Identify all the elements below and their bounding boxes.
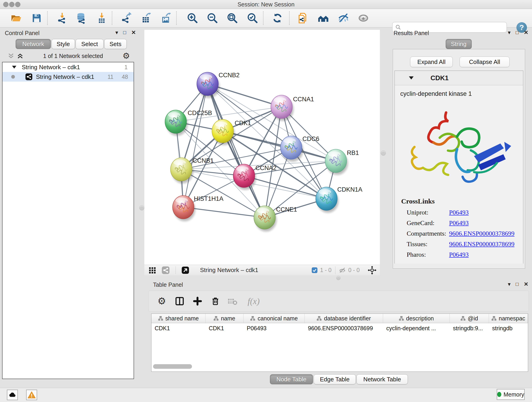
network-view-icon[interactable] [161, 266, 170, 274]
table-cell: cyclin-dependent ... [383, 323, 450, 333]
birdseye-crosshair-icon[interactable] [367, 266, 377, 275]
network-node-CDK1[interactable] [212, 119, 234, 145]
table-settings-button[interactable]: ⚙ [154, 294, 169, 309]
network-canvas[interactable]: CCNB2CCNA1CDC25BCDK1CDC6RB1CCNB1CCNA2CDK… [144, 30, 380, 265]
table-toolbar: ⚙ [148, 291, 529, 312]
expand-all-button[interactable]: Expand All [410, 57, 453, 67]
panel-menu-button[interactable]: ▾ [508, 281, 511, 287]
import-table-button[interactable] [95, 12, 108, 25]
tab-network[interactable]: Network [16, 39, 51, 49]
column-header-1[interactable]: name [206, 314, 244, 323]
delete-column-button[interactable] [208, 294, 223, 309]
toolbar-separator [47, 11, 48, 25]
open-session-button[interactable] [10, 12, 22, 25]
hidden-eye-slash-icon[interactable] [339, 267, 346, 274]
panel-float-button[interactable]: □ [516, 282, 519, 287]
bottom-splitter-handle[interactable] [336, 276, 341, 280]
protein-description: cyclin-dependent kinase 1 [395, 85, 523, 97]
selected-checkbox-icon[interactable] [311, 267, 318, 274]
column-header-3[interactable]: database identifier [305, 314, 383, 323]
network-node-CCNA2[interactable] [233, 164, 256, 190]
tab-sets[interactable]: Sets [104, 39, 127, 49]
node-label: CCNB2 [219, 72, 240, 79]
memory-button[interactable]: Memory [497, 389, 525, 400]
network-node-CDKN1A[interactable] [316, 187, 338, 213]
network-tree-item-row[interactable]: String Network – cdk1 11 48 [2, 72, 133, 82]
network-node-HIST1H1A[interactable] [172, 196, 195, 221]
tab-select[interactable]: Select [76, 39, 104, 49]
grid-view-icon[interactable] [148, 266, 156, 274]
crosslinks-list: Uniprot:P06493GeneCard:P06493Compartment… [395, 205, 523, 258]
hide-panels-button[interactable] [337, 12, 350, 25]
tab-network-table[interactable]: Network Table [356, 374, 408, 384]
network-node-RB1[interactable] [325, 149, 348, 175]
crosslink-link[interactable]: P06493 [449, 209, 469, 216]
network-node-CCNE1[interactable] [254, 206, 277, 231]
network-node-CCNA1[interactable] [271, 95, 293, 121]
column-header-4[interactable]: description [383, 314, 450, 323]
show-columns-button[interactable] [172, 294, 187, 309]
tree-collapse-icon[interactable] [12, 65, 17, 69]
panel-close-button[interactable]: ✕ [524, 30, 528, 35]
protein-section-header[interactable]: CDK1 [395, 71, 523, 85]
import-network-button[interactable] [56, 12, 69, 25]
right-splitter-handle[interactable] [381, 151, 386, 156]
zoom-in-icon [187, 12, 198, 24]
import-network-from-database-button[interactable] [75, 12, 88, 25]
left-splitter-handle[interactable] [139, 205, 144, 211]
export-image-icon [160, 12, 172, 24]
network-node-CDC25B[interactable] [165, 110, 188, 136]
panel-float-button[interactable]: □ [516, 30, 519, 35]
crosslink-link[interactable]: P06493 [449, 219, 469, 227]
create-column-button[interactable] [190, 294, 205, 309]
tab-string[interactable]: String [446, 39, 472, 49]
zoom-out-button[interactable] [206, 12, 219, 25]
export-network-button[interactable] [120, 12, 133, 25]
column-hierarchy-icon [158, 316, 163, 321]
panel-close-button[interactable]: ✕ [524, 281, 528, 287]
show-hidden-panel-button[interactable] [357, 12, 370, 25]
table-panel-tabs: Node Table Edge Table Network Table [270, 374, 408, 384]
function-builder-button[interactable]: f(x) [242, 294, 265, 309]
column-header-0[interactable]: shared name [152, 314, 206, 323]
node-label: CCNE1 [276, 206, 297, 213]
panel-menu-button[interactable]: ▾ [508, 30, 511, 35]
crosslink-link[interactable]: P06493 [449, 251, 469, 258]
expand-all-chevron-icon[interactable] [17, 53, 24, 59]
clone-network-button[interactable] [297, 12, 309, 25]
zoom-in-button[interactable] [186, 12, 199, 25]
warnings-button[interactable] [26, 390, 37, 400]
zoom-selected-button[interactable] [246, 12, 259, 25]
crosslink-link[interactable]: 9606.ENSP00000378699 [449, 230, 514, 237]
tab-node-table[interactable]: Node Table [270, 374, 313, 384]
apply-layout-button[interactable] [271, 12, 284, 25]
search-icon [395, 24, 401, 30]
panel-float-button[interactable]: □ [123, 30, 126, 35]
table-cell: 9606.ENSP00000378699 [305, 323, 383, 333]
panel-menu-button[interactable]: ▾ [115, 30, 118, 35]
table-row[interactable]: CDK1CDK1P064939606.ENSP00000378699cyclin… [152, 323, 528, 333]
column-header-5[interactable]: @id [450, 314, 489, 323]
crosslink-link[interactable]: 9606.ENSP00000378699 [449, 240, 514, 248]
save-session-button[interactable] [30, 12, 43, 25]
section-collapse-icon[interactable] [409, 76, 414, 80]
tab-style[interactable]: Style [51, 39, 75, 49]
show-all-networks-button[interactable] [317, 12, 330, 25]
column-hierarchy-icon [317, 316, 322, 321]
collapse-all-chevron-icon[interactable] [7, 53, 14, 59]
detach-view-icon[interactable] [181, 266, 190, 274]
collapse-all-button[interactable]: Collapse All [460, 57, 510, 67]
delete-table-button[interactable] [225, 294, 240, 309]
column-header-6[interactable]: namespac [489, 314, 528, 323]
export-table-button[interactable] [139, 12, 152, 25]
column-header-2[interactable]: canonical name [244, 314, 305, 323]
network-tree-root-row[interactable]: String Network – cdk1 1 [2, 62, 133, 72]
export-image-button[interactable] [159, 12, 172, 25]
network-node-CCNB2[interactable] [197, 72, 220, 98]
network-options-gear-icon[interactable]: ⚙ [123, 52, 130, 60]
panel-close-button[interactable]: ✕ [131, 30, 136, 35]
tab-edge-table[interactable]: Edge Table [314, 374, 356, 384]
zoom-fit-button[interactable] [226, 12, 239, 25]
table-horizontal-scrollbar[interactable] [153, 364, 192, 369]
cloud-status-button[interactable] [7, 390, 18, 400]
